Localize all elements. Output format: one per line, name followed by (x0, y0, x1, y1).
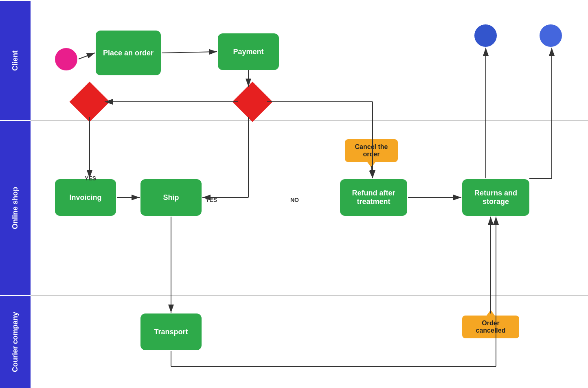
returns-node: Returns and storage (462, 179, 529, 216)
invoicing-node: Invoicing (55, 179, 116, 216)
refund-node: Refund after treatment (340, 179, 407, 216)
start-circle (55, 48, 77, 70)
place-order-node: Place an order (96, 31, 161, 75)
lane-courier-label: Courier company (0, 295, 31, 388)
svg-line-1 (79, 53, 95, 59)
diagram-container: Client Online shop Courier company Place… (0, 0, 588, 388)
lane-client-label: Client (0, 0, 31, 120)
payment-node: Payment (218, 33, 279, 70)
diamond-left (70, 82, 110, 122)
diagram-area: Place an order Payment Invoicing Ship Re… (31, 0, 588, 388)
swim-lanes: Client Online shop Courier company (0, 0, 31, 388)
diamond-payment (233, 82, 273, 122)
ship-node: Ship (140, 179, 202, 216)
divider-client-online (31, 120, 588, 121)
end-circle-2 (540, 24, 562, 47)
no-label-1: NO (290, 197, 299, 203)
divider-online-courier (31, 295, 588, 296)
yes-label-2: YES (206, 197, 217, 203)
order-cancelled-callout: Order cancelled (462, 316, 519, 338)
cancel-order-callout: Cancel the order (345, 139, 398, 162)
svg-line-2 (162, 52, 217, 53)
yes-label-1: YES (85, 175, 96, 182)
transport-node: Transport (140, 313, 202, 350)
lane-online-label: Online shop (0, 120, 31, 295)
end-circle-1 (474, 24, 497, 47)
